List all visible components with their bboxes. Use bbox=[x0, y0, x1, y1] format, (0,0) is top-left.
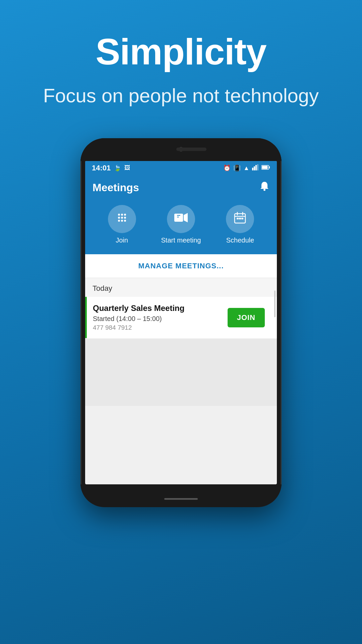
svg-point-12 bbox=[121, 217, 123, 219]
svg-point-14 bbox=[118, 220, 120, 222]
phone-screen: 14:01 🍃 🖼 ⏰ 📳 ▲ bbox=[85, 161, 277, 484]
vibrate-icon: 📳 bbox=[233, 164, 241, 172]
notifications-bell-icon[interactable] bbox=[259, 181, 269, 194]
join-action-button[interactable]: Join bbox=[108, 205, 136, 244]
svg-point-7 bbox=[263, 189, 265, 191]
content-area: MANAGE MEETINGS... Today Quarterly Sales… bbox=[85, 254, 277, 406]
svg-point-13 bbox=[124, 217, 126, 219]
svg-rect-2 bbox=[255, 165, 257, 170]
schedule-action-label: Schedule bbox=[226, 236, 254, 244]
start-meeting-action-circle bbox=[167, 205, 195, 233]
join-action-label: Join bbox=[116, 236, 128, 244]
app-header: Meetings bbox=[85, 175, 277, 202]
meeting-number: 477 984 7912 bbox=[93, 324, 228, 331]
action-buttons-row: Join Start meeting bbox=[85, 202, 277, 254]
svg-point-10 bbox=[124, 214, 126, 216]
battery-icon bbox=[261, 165, 270, 172]
meeting-join-button[interactable]: JOIN bbox=[228, 308, 265, 327]
svg-point-8 bbox=[118, 214, 120, 216]
svg-point-16 bbox=[124, 220, 126, 222]
status-bar: 14:01 🍃 🖼 ⏰ 📳 ▲ bbox=[85, 161, 277, 175]
meeting-time: Started (14:00 – 15:00) bbox=[93, 315, 228, 323]
svg-point-9 bbox=[121, 214, 123, 216]
start-meeting-action-button[interactable]: Start meeting bbox=[161, 205, 201, 244]
dialpad-icon bbox=[116, 212, 128, 226]
svg-rect-3 bbox=[257, 164, 258, 170]
svg-rect-17 bbox=[174, 214, 183, 222]
notification-icon-leaf: 🍃 bbox=[114, 165, 121, 172]
empty-area bbox=[85, 339, 277, 406]
hero-title: Simplicity bbox=[96, 30, 266, 73]
start-meeting-icon bbox=[174, 212, 188, 226]
meeting-info: Quarterly Sales Meeting Started (14:00 –… bbox=[87, 304, 228, 331]
svg-rect-6 bbox=[262, 166, 268, 169]
hero-subtitle: Focus on people not technology bbox=[16, 83, 346, 108]
speaker-cutout bbox=[176, 148, 206, 151]
notification-icon-image: 🖼 bbox=[124, 165, 130, 171]
svg-point-11 bbox=[118, 217, 120, 219]
schedule-action-circle bbox=[226, 205, 254, 233]
phone-mockup: 14:01 🍃 🖼 ⏰ 📳 ▲ bbox=[80, 138, 282, 507]
phone-notch bbox=[80, 138, 282, 161]
meeting-name: Quarterly Sales Meeting bbox=[93, 304, 228, 313]
meeting-card: Quarterly Sales Meeting Started (14:00 –… bbox=[85, 297, 277, 338]
manage-meetings-bar[interactable]: MANAGE MEETINGS... bbox=[85, 254, 277, 278]
svg-rect-25 bbox=[237, 218, 239, 219]
status-bar-left: 14:01 🍃 🖼 bbox=[92, 164, 130, 172]
svg-rect-27 bbox=[241, 218, 243, 219]
manage-meetings-label: MANAGE MEETINGS... bbox=[138, 262, 224, 270]
home-indicator bbox=[164, 498, 198, 500]
today-label: Today bbox=[93, 284, 112, 292]
signal-icon bbox=[252, 164, 259, 172]
status-bar-right: ⏰ 📳 ▲ bbox=[223, 164, 270, 172]
status-time: 14:01 bbox=[92, 164, 111, 172]
svg-rect-5 bbox=[269, 166, 270, 168]
svg-rect-0 bbox=[252, 168, 253, 170]
svg-point-15 bbox=[121, 220, 123, 222]
schedule-action-button[interactable]: Schedule bbox=[226, 205, 254, 244]
svg-marker-18 bbox=[184, 213, 188, 222]
app-title: Meetings bbox=[93, 181, 139, 194]
wifi-icon: ▲ bbox=[243, 165, 249, 172]
phone-bottom-bar bbox=[80, 484, 282, 507]
calendar-icon bbox=[234, 212, 246, 226]
svg-rect-1 bbox=[254, 166, 255, 170]
scroll-indicator bbox=[274, 290, 276, 317]
start-meeting-action-label: Start meeting bbox=[161, 236, 201, 244]
today-section-header: Today bbox=[85, 278, 277, 297]
alarm-icon: ⏰ bbox=[223, 164, 231, 172]
svg-rect-19 bbox=[177, 215, 180, 216]
svg-rect-20 bbox=[177, 217, 179, 217]
join-action-circle bbox=[108, 205, 136, 233]
svg-rect-26 bbox=[239, 218, 241, 219]
